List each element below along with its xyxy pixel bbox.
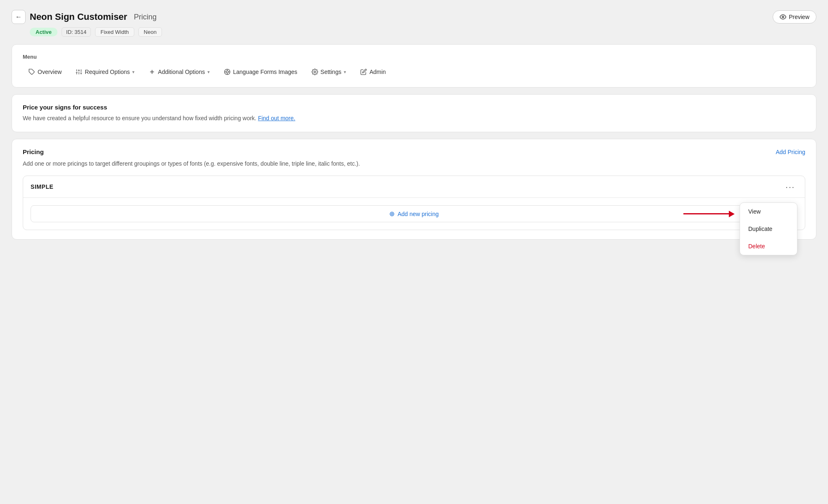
- add-new-pricing-row: ⊕ Add new pricing: [23, 198, 805, 230]
- info-text: We have created a helpful resource to en…: [23, 114, 805, 123]
- page-header: ← Neon Sign Customiser Pricing Preview: [12, 10, 816, 24]
- menu-admin-label: Admin: [369, 69, 386, 75]
- add-new-label: Add new pricing: [397, 211, 439, 217]
- chevron-down-icon3: ▾: [344, 69, 346, 75]
- find-out-more-link[interactable]: Find out more.: [258, 115, 295, 121]
- badges-row: Active ID: 3514 Fixed Width Neon: [30, 27, 816, 37]
- menu-item-settings[interactable]: Settings ▾: [306, 66, 352, 78]
- id-badge: ID: 3514: [62, 27, 91, 37]
- menu-item-required-options[interactable]: Required Options ▾: [70, 66, 140, 78]
- pricing-card: Pricing Add Pricing Add one or more pric…: [12, 139, 816, 240]
- info-card: Price your signs for success We have cre…: [12, 94, 816, 132]
- dropdown-item-view[interactable]: View: [740, 203, 797, 220]
- dropdown-item-delete[interactable]: Delete: [740, 238, 797, 255]
- menu-card: Menu Overview Required Options ▾ Additio…: [12, 44, 816, 88]
- menu-language-label: Language Forms Images: [233, 69, 297, 75]
- active-badge: Active: [30, 28, 57, 36]
- info-title: Price your signs for success: [23, 104, 805, 111]
- chevron-down-icon2: ▾: [207, 69, 210, 75]
- preview-button[interactable]: Preview: [773, 10, 816, 24]
- menu-settings-label: Settings: [321, 69, 342, 75]
- dropdown-menu: View Duplicate Delete: [740, 202, 797, 255]
- plus-circle-icon: ⊕: [389, 210, 395, 218]
- pricing-header: Pricing Add Pricing: [23, 148, 805, 155]
- menu-overview-label: Overview: [38, 69, 62, 75]
- add-new-pricing-button[interactable]: ⊕ Add new pricing: [31, 205, 797, 222]
- dots-button[interactable]: ···: [783, 182, 797, 192]
- simple-header: SIMPLE ··· View Duplicate Delete: [23, 176, 805, 197]
- back-button[interactable]: ←: [12, 10, 26, 24]
- header-left: ← Neon Sign Customiser Pricing: [12, 10, 157, 24]
- plus-icon: [149, 69, 155, 75]
- dropdown-item-duplicate[interactable]: Duplicate: [740, 220, 797, 238]
- dots-menu-container: ··· View Duplicate Delete: [783, 182, 797, 192]
- menu-item-language-forms[interactable]: Language Forms Images: [218, 66, 303, 78]
- sliders-icon: [76, 69, 82, 75]
- simple-label: SIMPLE: [31, 183, 53, 190]
- gear-icon: [312, 69, 318, 75]
- language-icon: [224, 69, 231, 75]
- pencil-icon: [360, 69, 367, 75]
- eye-icon: [780, 14, 786, 20]
- menu-additional-label: Additional Options: [158, 69, 205, 75]
- svg-point-14: [226, 71, 228, 73]
- pricing-description: Add one or more pricings to target diffe…: [23, 159, 805, 168]
- pricing-card-title: Pricing: [23, 148, 44, 155]
- menu-item-admin[interactable]: Admin: [355, 66, 392, 78]
- simple-block: SIMPLE ··· View Duplicate Delete ⊕ Add n…: [23, 176, 805, 230]
- menu-item-overview[interactable]: Overview: [23, 66, 67, 78]
- chevron-down-icon: ▾: [132, 69, 135, 75]
- tag-icon: [29, 69, 35, 75]
- svg-point-19: [314, 71, 316, 73]
- page-title: Neon Sign Customiser: [30, 12, 127, 22]
- menu-nav: Overview Required Options ▾ Additional O…: [23, 66, 805, 78]
- tag-fixed-width: Fixed Width: [95, 27, 134, 37]
- menu-required-label: Required Options: [85, 69, 130, 75]
- add-pricing-button[interactable]: Add Pricing: [776, 149, 805, 155]
- menu-label: Menu: [23, 54, 805, 60]
- tag-neon: Neon: [138, 27, 162, 37]
- svg-point-0: [782, 16, 784, 18]
- menu-item-additional-options[interactable]: Additional Options ▾: [143, 66, 216, 78]
- page-subtitle: Pricing: [134, 13, 157, 21]
